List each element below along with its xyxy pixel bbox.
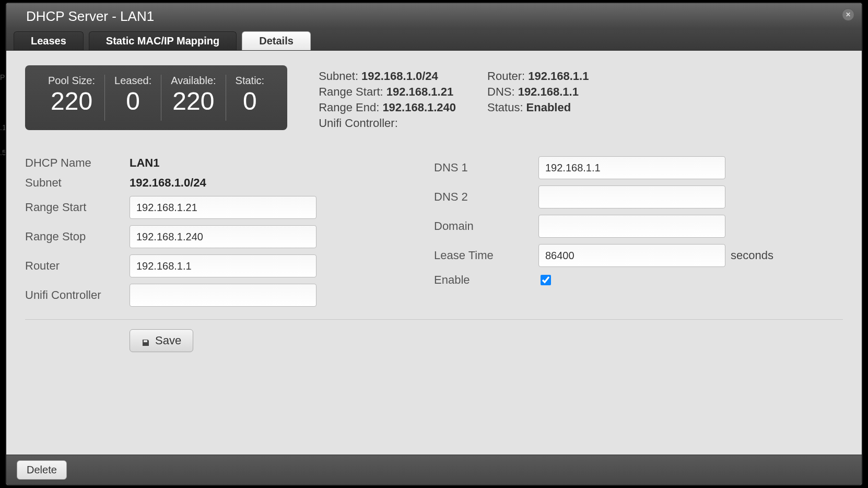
info-label: DNS: bbox=[487, 85, 515, 98]
stat-value: 0 bbox=[126, 88, 140, 115]
info-label: Range Start: bbox=[319, 85, 383, 98]
input-dns1[interactable] bbox=[538, 156, 725, 179]
stat-value: 220 bbox=[51, 88, 92, 115]
close-icon: ✕ bbox=[846, 11, 851, 18]
row-router: Router bbox=[25, 254, 434, 277]
info-router: Router:192.168.1.1 bbox=[487, 69, 589, 83]
row-dns2: DNS 2 bbox=[434, 185, 843, 208]
row-unifi: Unifi Controller bbox=[25, 284, 434, 307]
row-dns1: DNS 1 bbox=[434, 156, 843, 179]
form-area: DHCP Name LAN1 Subnet 192.168.1.0/24 Ran… bbox=[25, 156, 843, 307]
stat-label: Leased: bbox=[114, 75, 151, 87]
tab-static-mapping[interactable]: Static MAC/IP Mapping bbox=[89, 31, 237, 50]
stat-static: Static: 0 bbox=[226, 75, 274, 121]
info-value: 192.168.1.1 bbox=[528, 69, 589, 83]
stat-label: Static: bbox=[236, 75, 265, 87]
value-subnet: 192.168.1.0/24 bbox=[130, 176, 206, 190]
dhcp-server-modal: DHCP Server - LAN1 ✕ Leases Static MAC/I… bbox=[5, 2, 863, 486]
info-range-start: Range Start:192.168.1.21 bbox=[319, 85, 456, 99]
stats-box: Pool Size: 220 Leased: 0 Available: 220 … bbox=[25, 65, 287, 130]
stat-leased: Leased: 0 bbox=[105, 75, 161, 121]
label-dns2: DNS 2 bbox=[434, 190, 538, 204]
info-columns: Subnet:192.168.1.0/24 Range Start:192.16… bbox=[319, 65, 843, 130]
label-domain: Domain bbox=[434, 219, 538, 233]
info-label: Status: bbox=[487, 101, 523, 114]
stat-pool-size: Pool Size: 220 bbox=[39, 75, 105, 121]
row-lease-time: Lease Time seconds bbox=[434, 244, 843, 267]
info-dns: DNS:192.168.1.1 bbox=[487, 85, 589, 99]
info-col-right: Router:192.168.1.1 DNS:192.168.1.1 Statu… bbox=[487, 69, 589, 130]
form-col-right: DNS 1 DNS 2 Domain Lease Time seconds bbox=[434, 156, 843, 307]
label-router: Router bbox=[25, 259, 130, 273]
input-dns2[interactable] bbox=[538, 185, 725, 208]
info-label: Range End: bbox=[319, 101, 379, 114]
label-enable: Enable bbox=[434, 273, 538, 287]
input-lease-time[interactable] bbox=[538, 244, 725, 267]
tab-leases[interactable]: Leases bbox=[14, 31, 84, 50]
value-dhcp-name: LAN1 bbox=[130, 156, 159, 170]
stat-label: Pool Size: bbox=[48, 75, 95, 87]
info-subnet: Subnet:192.168.1.0/24 bbox=[319, 69, 456, 83]
label-range-start: Range Start bbox=[25, 201, 130, 214]
stat-value: 0 bbox=[243, 88, 257, 115]
form-col-left: DHCP Name LAN1 Subnet 192.168.1.0/24 Ran… bbox=[25, 156, 434, 307]
info-status: Status:Enabled bbox=[487, 101, 589, 114]
info-value: 192.168.1.0/24 bbox=[361, 69, 438, 83]
row-range-stop: Range Stop bbox=[25, 225, 434, 248]
input-unifi[interactable] bbox=[130, 284, 316, 307]
label-dhcp-name: DHCP Name bbox=[25, 156, 130, 170]
suffix-seconds: seconds bbox=[731, 249, 773, 262]
stat-available: Available: 220 bbox=[161, 75, 226, 121]
info-label: Unifi Controller: bbox=[319, 117, 398, 130]
input-range-stop[interactable] bbox=[130, 225, 316, 248]
info-unifi: Unifi Controller: bbox=[319, 117, 456, 130]
info-label: Router: bbox=[487, 69, 525, 83]
row-subnet: Subnet 192.168.1.0/24 bbox=[25, 176, 434, 190]
stat-value: 220 bbox=[172, 88, 214, 115]
summary-area: Pool Size: 220 Leased: 0 Available: 220 … bbox=[25, 65, 843, 130]
info-range-end: Range End:192.168.1.240 bbox=[319, 101, 456, 114]
input-router[interactable] bbox=[130, 254, 316, 277]
tab-details[interactable]: Details bbox=[242, 31, 311, 50]
input-domain[interactable] bbox=[538, 215, 725, 238]
form-divider bbox=[25, 319, 843, 320]
label-range-stop: Range Stop bbox=[25, 230, 130, 243]
delete-button[interactable]: Delete bbox=[17, 460, 67, 480]
info-value: Enabled bbox=[526, 101, 571, 114]
row-dhcp-name: DHCP Name LAN1 bbox=[25, 156, 434, 170]
info-value: 192.168.1.1 bbox=[518, 85, 579, 98]
modal-title: DHCP Server - LAN1 bbox=[26, 8, 154, 24]
info-label: Subnet: bbox=[319, 69, 358, 83]
details-pane: Pool Size: 220 Leased: 0 Available: 220 … bbox=[6, 51, 862, 455]
label-lease-time: Lease Time bbox=[434, 249, 538, 262]
save-row: Save bbox=[25, 329, 843, 352]
tab-row: Leases Static MAC/IP Mapping Details bbox=[6, 30, 862, 51]
label-dns1: DNS 1 bbox=[434, 161, 538, 175]
info-value: 192.168.1.240 bbox=[382, 101, 456, 114]
info-value: 192.168.1.21 bbox=[386, 85, 453, 98]
close-button[interactable]: ✕ bbox=[842, 8, 854, 21]
checkbox-enable[interactable] bbox=[541, 275, 551, 285]
stat-label: Available: bbox=[171, 75, 216, 87]
row-range-start: Range Start bbox=[25, 196, 434, 219]
label-unifi: Unifi Controller bbox=[25, 288, 130, 302]
row-enable: Enable bbox=[434, 273, 843, 287]
input-range-start[interactable] bbox=[130, 196, 316, 219]
save-icon bbox=[142, 336, 150, 345]
save-button[interactable]: Save bbox=[130, 329, 193, 352]
save-button-label: Save bbox=[155, 334, 181, 347]
modal-footer: Delete bbox=[6, 455, 862, 485]
label-subnet: Subnet bbox=[25, 176, 130, 190]
info-col-left: Subnet:192.168.1.0/24 Range Start:192.16… bbox=[319, 69, 456, 130]
row-domain: Domain bbox=[434, 215, 843, 238]
modal-title-bar: DHCP Server - LAN1 ✕ bbox=[6, 3, 862, 30]
